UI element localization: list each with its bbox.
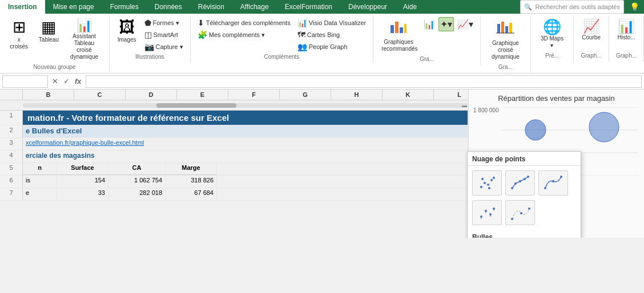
btn-assistant-tcd[interactable]: 📊 Assistant Tableau croisé dynamique — [64, 17, 104, 63]
complements-col-right: 📊 Visio Data Visualizer 🗺 Cartes Bing 👥 … — [295, 17, 368, 52]
scroll-btn[interactable]: ▬ — [462, 103, 467, 108]
svg-point-20 — [511, 187, 513, 189]
images-icon: 🖼 — [119, 19, 135, 35]
data-marge-1[interactable]: 318 826 — [166, 176, 217, 188]
ribbon-search-box[interactable]: 🔍 Rechercher des outils adaptés — [520, 0, 624, 14]
btn-cartes-bing[interactable]: 🗺 Cartes Bing — [295, 29, 368, 40]
btn-formes[interactable]: ⬟ Formes ▾ — [142, 17, 186, 29]
group-illustrations-label: Illustrations — [114, 52, 186, 62]
tab-aide[interactable]: Aide — [395, 0, 425, 14]
tab-row-right: 🔍 Rechercher des outils adaptés 💡 — [520, 0, 644, 14]
tab-mise-en-page[interactable]: Mise en page — [45, 0, 102, 14]
maps-icon: 🌐 — [543, 19, 561, 34]
formula-cancel-icon[interactable]: ✕ — [50, 77, 60, 86]
btn-capture[interactable]: 📷 Capture ▾ — [142, 41, 186, 52]
data-ca-2[interactable]: 282 018 — [108, 188, 166, 200]
btn-tableaux-croises[interactable]: ⊞ x croisés — [5, 17, 33, 52]
svg-point-22 — [519, 180, 521, 182]
col-header-c: C — [74, 89, 126, 100]
btn-chart-scatter[interactable]: ✦▾ — [438, 17, 454, 31]
data-n-2[interactable]: e — [23, 188, 57, 200]
data-ca-1[interactable]: 1 062 754 — [108, 176, 166, 188]
btn-capture-label: Capture ▾ — [156, 43, 183, 51]
btn-gc-dynamique[interactable]: Graphique croisé dynamique — [485, 17, 525, 63]
people-icon: 👥 — [297, 42, 307, 51]
h-scrollbar[interactable]: ▬ — [23, 103, 468, 108]
histo-icon: 📊 — [618, 19, 635, 33]
btn-visio[interactable]: 📊 Visio Data Visualizer — [295, 17, 368, 29]
btn-nuage-5[interactable] — [505, 200, 535, 225]
btn-3d-maps[interactable]: 🌐 3D Maps ▾ — [536, 17, 569, 51]
col-header-l: L — [434, 89, 468, 100]
btn-people-graph[interactable]: 👥 People Graph — [295, 41, 368, 52]
tableau-icon: ▦ — [41, 19, 56, 35]
svg-point-38 — [528, 207, 530, 210]
btn-smartart-label: SmartArt — [154, 31, 178, 38]
sheet-link[interactable]: xcelformation.fr/graphique-bulle-excel.h… — [23, 138, 468, 150]
svg-rect-7 — [509, 23, 512, 33]
tab-formules[interactable]: Formules — [102, 0, 147, 14]
col-header-g: G — [280, 89, 331, 100]
svg-point-21 — [514, 182, 517, 185]
formula-input[interactable] — [86, 75, 642, 88]
btn-maps-label: 3D Maps ▾ — [539, 35, 566, 49]
btn-gc-label: Graphique croisé dynamique — [489, 40, 522, 60]
btn-telecharger-complements[interactable]: ⬇ Télécharger des compléments — [195, 17, 293, 29]
group-graphique-croise: Graphique croisé dynamique Gra... — [481, 16, 530, 73]
lightbulb-icon[interactable]: 💡 — [630, 2, 639, 11]
search-placeholder: Rechercher des outils adaptés — [535, 3, 620, 10]
table-row-2: 7 e 33 282 018 67 684 — [0, 188, 468, 201]
name-box[interactable] — [2, 75, 48, 88]
formula-fx-icon[interactable]: fx — [73, 77, 83, 86]
ribbon: Insertion Mise en page Formules Données … — [0, 0, 644, 74]
data-surface-1[interactable]: 154 — [57, 176, 108, 188]
btn-chart-bar[interactable]: 📊 — [421, 17, 437, 31]
smartart-icon: ◫ — [144, 30, 152, 39]
sheet-subtitle[interactable]: e Bulles d'Excel — [23, 125, 468, 137]
column-headers: B C D E F G H K L — [0, 89, 468, 100]
section-nuage-title: Nuage de points — [468, 152, 581, 166]
search-icon: 🔍 — [524, 3, 532, 11]
btn-histo[interactable]: 📊 Histo... — [614, 17, 639, 43]
gc-icon — [496, 19, 514, 39]
formula-icons: ✕ ✓ fx — [50, 77, 83, 86]
tab-insertion[interactable]: Insertion — [0, 0, 45, 14]
btn-graphiques-label: Graphiques recommandés — [381, 39, 416, 52]
data-n-1[interactable]: is — [23, 176, 57, 188]
h-scrollbar-thumb[interactable] — [156, 103, 236, 108]
sheet-title[interactable]: mation.fr - Votre formateur de référence… — [23, 111, 468, 125]
data-marge-2[interactable]: 67 684 — [166, 188, 217, 200]
btn-tableau[interactable]: ▦ Tableau — [35, 17, 62, 46]
tab-developpeur[interactable]: Développeur — [340, 0, 395, 14]
svg-point-18 — [488, 187, 490, 189]
row-num-3: 3 — [0, 138, 23, 150]
btn-nuage-4[interactable] — [472, 200, 502, 225]
chart-title: Répartition des ventes par magasin — [473, 94, 639, 103]
tab-revision[interactable]: Révision — [190, 0, 232, 14]
group-gc-inner: Graphique croisé dynamique — [485, 17, 525, 63]
tab-excelformation[interactable]: ExcelFormation — [277, 0, 340, 14]
btn-nuage-2[interactable] — [505, 170, 535, 196]
group-histo: 📊 Histo... Graph... — [609, 16, 644, 62]
btn-graphiques-recommandes[interactable]: Graphiques recommandés — [378, 17, 419, 55]
tab-affichage[interactable]: Affichage — [232, 0, 277, 14]
col-header-k: K — [383, 89, 434, 100]
formula-confirm-icon[interactable]: ✓ — [62, 77, 71, 86]
tab-donnees[interactable]: Données — [147, 0, 190, 14]
btn-smartart[interactable]: ◫ SmartArt — [142, 29, 186, 40]
section-row: 4 erciale des magasins — [0, 150, 468, 163]
data-surface-2[interactable]: 33 — [57, 188, 108, 200]
y-label-top: 1 800 000 — [473, 107, 499, 113]
sheet-section[interactable]: erciale des magasins — [23, 150, 468, 162]
btn-courbe[interactable]: 📈 Courbe — [578, 17, 604, 43]
svg-point-23 — [524, 178, 526, 180]
group-graphiques: Graphiques recommandés 📊 ✦▾ 📈▾ Gra... — [373, 16, 481, 65]
btn-mes-complements[interactable]: 🧩 Mes compléments ▾ — [195, 29, 293, 40]
bubble-1 — [525, 120, 546, 140]
btn-chart-more[interactable]: 📈▾ — [455, 17, 476, 31]
btn-images[interactable]: 🖼 Images — [114, 17, 140, 46]
btn-nuage-1[interactable] — [472, 170, 502, 196]
svg-point-26 — [552, 180, 554, 182]
btn-nuage-3[interactable] — [538, 170, 568, 196]
group-histo-inner: 📊 Histo... — [614, 17, 639, 51]
